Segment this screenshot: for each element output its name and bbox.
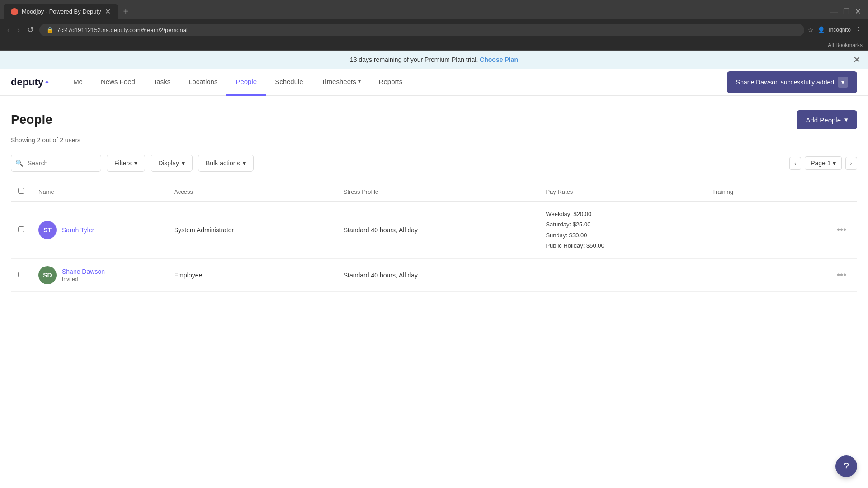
forward-button[interactable]: › — [15, 23, 22, 37]
nav-item-schedule[interactable]: Schedule — [266, 69, 312, 96]
sarah-name-link[interactable]: Sarah Tyler — [62, 226, 94, 234]
close-banner-button[interactable]: ✕ — [853, 54, 861, 65]
choose-plan-link[interactable]: Choose Plan — [480, 56, 518, 63]
page-label: Page 1 — [811, 160, 830, 167]
sarah-name-cell: ST Sarah Tyler — [31, 201, 167, 258]
address-bar[interactable]: 🔒 7cf47d19112152.na.deputy.com/#team/2/p… — [39, 24, 804, 36]
filters-button[interactable]: Filters ▾ — [107, 155, 145, 172]
shane-checkbox[interactable] — [18, 272, 24, 277]
back-button[interactable]: ‹ — [5, 23, 12, 37]
row-check-sarah — [11, 201, 31, 258]
window-close-button[interactable]: ✕ — [855, 7, 861, 16]
browser-active-tab[interactable]: Moodjoy - Powered By Deputy ✕ — [4, 4, 118, 19]
table-body: ST Sarah Tyler System Administrator Stan… — [11, 201, 857, 291]
bulk-label: Bulk actions — [206, 160, 240, 167]
page-header: People Add People ▾ — [11, 110, 857, 129]
display-label: Display — [158, 160, 179, 167]
lock-icon: 🔒 — [47, 27, 53, 33]
nav-items: Me News Feed Tasks Locations People Sche… — [64, 69, 411, 96]
col-header-pay-rates: Pay Rates — [538, 183, 705, 201]
shane-avatar: SD — [38, 266, 57, 284]
table-wrapper: Name Access Stress Profile Pay Rates Tra… — [11, 183, 857, 292]
col-header-actions — [786, 183, 857, 201]
nav-item-timesheets[interactable]: Timesheets ▾ — [312, 69, 370, 96]
shane-name-link[interactable]: Shane Dawson — [62, 268, 105, 275]
window-minimize-button[interactable]: — — [830, 7, 838, 16]
showing-text: Showing 2 out of 2 users — [11, 136, 857, 144]
app-wrapper: 13 days remaining of your Premium Plan t… — [0, 51, 868, 488]
sarah-more-button[interactable]: ••• — [833, 223, 850, 237]
trial-banner-text: 13 days remaining of your Premium Plan t… — [350, 56, 478, 63]
search-wrapper: 🔍 — [11, 155, 101, 172]
profile-icon[interactable]: 👤 — [817, 26, 825, 33]
display-arrow-icon: ▾ — [182, 160, 185, 167]
tab-title: Moodjoy - Powered By Deputy — [22, 8, 101, 15]
people-table: Name Access Stress Profile Pay Rates Tra… — [11, 183, 857, 292]
display-button[interactable]: Display ▾ — [151, 155, 193, 172]
sarah-info: Sarah Tyler — [62, 226, 94, 234]
shane-person-info: SD Shane Dawson Invited — [38, 266, 160, 284]
sarah-checkbox[interactable] — [18, 226, 24, 232]
sarah-avatar: ST — [38, 221, 57, 239]
sarah-training-cell — [705, 201, 786, 258]
shane-more-button[interactable]: ••• — [833, 268, 850, 282]
sarah-access-cell: System Administrator — [167, 201, 336, 258]
new-tab-button[interactable]: + — [120, 5, 132, 19]
sarah-pay-public-holiday: Public Holiday: $50.00 — [546, 240, 698, 251]
nav-item-tasks[interactable]: Tasks — [144, 69, 179, 96]
col-header-name: Name — [31, 183, 167, 201]
page-dropdown-icon: ▾ — [833, 160, 836, 167]
filters-arrow-icon: ▾ — [134, 160, 137, 167]
page-indicator[interactable]: Page 1 ▾ — [805, 156, 841, 170]
add-people-button[interactable]: Add People ▾ — [797, 110, 857, 129]
close-tab-button[interactable]: ✕ — [105, 7, 111, 16]
window-maximize-button[interactable]: ❐ — [843, 7, 849, 16]
bookmarks-bar: All Bookmarks — [0, 40, 868, 51]
browser-actions: ☆ 👤 Incognito ⋮ — [808, 25, 863, 35]
logo[interactable]: deputy✦ — [11, 76, 50, 88]
sarah-stress-cell: Standard 40 hours, All day — [336, 201, 539, 258]
shane-access: Employee — [174, 272, 202, 279]
sarah-pay-rates: Weekday: $20.00 Saturday: $25.00 Sunday:… — [546, 209, 698, 251]
extensions-icon[interactable]: Incognito — [829, 27, 851, 33]
col-header-access: Access — [167, 183, 336, 201]
add-people-arrow-icon: ▾ — [844, 116, 848, 124]
notification-text: Shane Dawson successfully added — [736, 79, 834, 86]
table-header-row: Name Access Stress Profile Pay Rates Tra… — [11, 183, 857, 201]
bookmark-star-icon[interactable]: ☆ — [808, 26, 814, 33]
timesheets-dropdown-arrow: ▾ — [358, 78, 361, 84]
people-toolbar: 🔍 Filters ▾ Display ▾ Bulk actions ▾ ‹ P… — [11, 155, 857, 172]
logo-text: deputy — [11, 76, 43, 88]
col-header-stress-profile: Stress Profile — [336, 183, 539, 201]
prev-page-button[interactable]: ‹ — [789, 157, 801, 170]
nav-item-reports[interactable]: Reports — [370, 69, 412, 96]
nav-item-newsfeed[interactable]: News Feed — [92, 69, 144, 96]
bulk-actions-button[interactable]: Bulk actions ▾ — [198, 155, 253, 172]
notification-arrow[interactable]: ▾ — [838, 77, 848, 88]
add-people-label: Add People — [806, 116, 841, 124]
table-row: ST Sarah Tyler System Administrator Stan… — [11, 201, 857, 258]
table-row: SD Shane Dawson Invited Employee St — [11, 258, 857, 291]
sarah-stress-profile: Standard 40 hours, All day — [344, 226, 418, 234]
tab-favicon — [11, 8, 18, 15]
top-nav: deputy✦ Me News Feed Tasks Locations Peo… — [0, 69, 868, 96]
search-input[interactable] — [11, 155, 101, 172]
filters-label: Filters — [114, 160, 132, 167]
nav-item-locations[interactable]: Locations — [179, 69, 226, 96]
col-header-check — [11, 183, 31, 201]
menu-icon[interactable]: ⋮ — [854, 25, 863, 35]
help-button[interactable]: ? — [835, 455, 857, 477]
search-icon: 🔍 — [15, 160, 23, 167]
shane-info: Shane Dawson Invited — [62, 268, 105, 282]
sarah-pay-saturday: Saturday: $25.00 — [546, 219, 698, 230]
url-text: 7cf47d19112152.na.deputy.com/#team/2/per… — [57, 27, 188, 33]
trial-banner: 13 days remaining of your Premium Plan t… — [0, 51, 868, 69]
window-controls: — ❐ ✕ — [827, 7, 864, 16]
logo-star-icon: ✦ — [44, 79, 50, 86]
refresh-button[interactable]: ↺ — [25, 23, 36, 37]
next-page-button[interactable]: › — [845, 157, 857, 170]
select-all-checkbox[interactable] — [18, 188, 24, 194]
page-title: People — [11, 113, 52, 127]
nav-item-me[interactable]: Me — [64, 69, 92, 96]
nav-item-people[interactable]: People — [226, 69, 266, 96]
